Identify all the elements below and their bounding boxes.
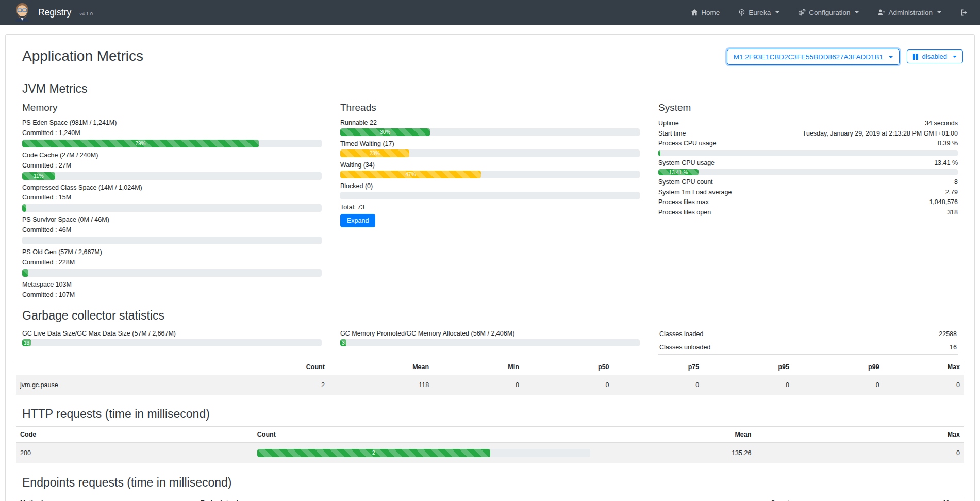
gc-live-data-title: GC Live Data Size/GC Max Data Size (57M … <box>22 329 322 338</box>
gc-col-p50: p50 <box>523 359 613 375</box>
gc-live-data: GC Live Data Size/GC Max Data Size (57M … <box>22 328 322 355</box>
gc-pause-name: jvm.gc.pause <box>16 375 243 395</box>
home-icon <box>691 9 698 16</box>
gears-icon <box>798 9 806 16</box>
classes-unloaded-value: 16 <box>950 343 957 352</box>
classes-loaded-label: Classes loaded <box>659 330 703 339</box>
user-plus-icon <box>877 9 885 16</box>
jvm-metrics-heading: JVM Metrics <box>22 82 958 96</box>
gc-col-p99: p99 <box>793 359 884 375</box>
system-row-label: System 1m Load average <box>658 188 732 198</box>
thread-item-title: Runnable 22 <box>340 119 640 127</box>
thread-progress <box>340 192 640 199</box>
instance-select-dropdown[interactable]: M1:2F93E1CBD2C3FE55BDD8627A3FADD1B1 <box>727 49 900 65</box>
thread-progress: 23% <box>340 149 640 157</box>
gc-col-max: Max <box>884 359 964 375</box>
system-row-value: 318 <box>947 208 958 218</box>
memory-item-title: PS Eden Space (981M / 1,241M) <box>22 119 322 127</box>
http-col-count: Count <box>253 426 594 442</box>
pause-icon <box>913 54 918 60</box>
page-actions: M1:2F93E1CBD2C3FE55BDD8627A3FADD1B1 disa… <box>727 49 963 65</box>
gc-promoted-progress: 3 <box>340 339 640 346</box>
system-row-value: 0.39 % <box>938 139 958 149</box>
nav-label-configuration: Configuration <box>809 9 850 16</box>
thread-item: Timed Waiting (17) 23% <box>340 140 640 157</box>
brand-link[interactable]: Registry v4.1.0 <box>12 2 93 23</box>
nav-item-configuration[interactable]: Configuration <box>798 9 859 16</box>
nav-menu: Home Eureka Configuration Administration <box>691 9 968 16</box>
http-col-code: Code <box>16 426 253 442</box>
nav-item-home[interactable]: Home <box>691 9 720 16</box>
system-row-label: Process CPU usage <box>658 139 717 149</box>
system-row-label: Start time <box>658 129 686 139</box>
system-row-value: 13.41 % <box>934 158 958 169</box>
threads-total: Total: 73 <box>340 204 640 211</box>
memory-item-committed: Committed : 46M <box>22 226 322 235</box>
chevron-down-icon <box>775 11 779 13</box>
chevron-down-icon <box>889 56 893 58</box>
gc-live-data-progress: 13 <box>22 339 322 346</box>
expand-button[interactable]: Expand <box>340 214 375 227</box>
gc-col-min: Min <box>433 359 523 375</box>
instance-select-label: M1:2F93E1CBD2C3FE55BDD8627A3FADD1B1 <box>734 53 883 61</box>
gc-col-name <box>16 359 243 375</box>
jvm-metrics-grid: Memory PS Eden Space (981M / 1,241M) Com… <box>22 101 958 302</box>
system-row-value: 8 <box>954 177 958 188</box>
classes-loaded-value: 22588 <box>939 330 957 339</box>
thread-item-title: Timed Waiting (17) <box>340 140 640 148</box>
http-col-mean: Mean <box>594 426 756 442</box>
http-header-row: Code Count Mean Max <box>16 426 964 442</box>
endpoints-requests-table: Method Endpoint url Count Mean GET /mana… <box>16 495 964 501</box>
memory-item: Metaspace 103M Committed : 107M <box>22 280 322 299</box>
classes-unloaded-label: Classes unloaded <box>659 343 710 352</box>
nav-label-eureka: Eureka <box>749 9 771 16</box>
gc-pause-table: Count Mean Min p50 p75 p95 p99 Max jvm.g… <box>16 359 964 395</box>
process-cpu-progress <box>658 150 958 156</box>
http-requests-heading: HTTP requests (time in millisecond) <box>22 407 958 421</box>
memory-item-title: Metaspace 103M <box>22 280 322 289</box>
gc-col-p75: p75 <box>613 359 704 375</box>
memory-item-committed: Committed : 1,240M <box>22 129 322 138</box>
memory-item: PS Eden Space (981M / 1,241M) Committed … <box>22 119 322 147</box>
memory-progress <box>22 237 322 244</box>
table-row: 200 2 135.26 0 <box>16 442 964 463</box>
nav-item-administration[interactable]: Administration <box>877 9 941 16</box>
sign-out-button[interactable] <box>960 9 968 16</box>
system-row: System CPU count 8 <box>658 177 958 188</box>
gc-grid: GC Live Data Size/GC Max Data Size (57M … <box>22 328 958 355</box>
memory-heading: Memory <box>22 102 322 113</box>
system-heading: System <box>658 102 958 113</box>
thread-item-title: Blocked (0) <box>340 182 640 191</box>
thread-item: Runnable 22 30% <box>340 119 640 136</box>
system-row: System 1m Load average 2.79 <box>658 188 958 198</box>
nav-item-eureka[interactable]: Eureka <box>738 9 779 16</box>
memory-item-title: PS Old Gen (57M / 2,667M) <box>22 248 322 257</box>
system-row-label: Process files max <box>658 197 709 208</box>
thread-item-title: Waiting (34) <box>340 161 640 170</box>
nav-label-home: Home <box>701 9 720 16</box>
endpoints-requests-heading: Endpoints requests (time in millisecond) <box>22 476 958 490</box>
memory-item-title: Code Cache (27M / 240M) <box>22 151 322 160</box>
system-row-label: System CPU count <box>658 177 713 188</box>
app-version: v4.1.0 <box>79 11 93 16</box>
memory-item-committed: Committed : 15M <box>22 193 322 202</box>
system-row-value: 1,048,576 <box>929 197 958 208</box>
gc-classes: Classes loaded 22588 Classes unloaded 16 <box>658 328 958 355</box>
system-row-value: Tuesday, January 29, 2019 at 2:13:28 PM … <box>803 129 958 139</box>
memory-progress: 79% <box>22 140 322 147</box>
system-row-label: System CPU usage <box>658 158 715 169</box>
memory-item-title: PS Survivor Space (0M / 46M) <box>22 215 322 224</box>
endpoints-col-method: Method <box>16 495 196 501</box>
refresh-rate-label: disabled <box>922 53 947 60</box>
system-cpu-progress: 13.41 % <box>658 169 958 175</box>
http-count-progress: 2 <box>257 449 590 457</box>
jhipster-logo <box>12 2 32 23</box>
memory-item: Code Cache (27M / 240M) Committed : 27M … <box>22 151 322 180</box>
gc-heading: Garbage collector statistics <box>22 309 958 323</box>
system-row-label: Uptime <box>658 119 679 129</box>
main-card: Application Metrics M1:2F93E1CBD2C3FE55B… <box>5 34 975 501</box>
endpoints-col-url: Endpoint url <box>196 495 670 501</box>
endpoints-header-row: Method Endpoint url Count Mean <box>16 495 964 501</box>
refresh-rate-dropdown[interactable]: disabled <box>907 49 963 63</box>
classes-loaded-row: Classes loaded 22588 <box>658 328 958 341</box>
